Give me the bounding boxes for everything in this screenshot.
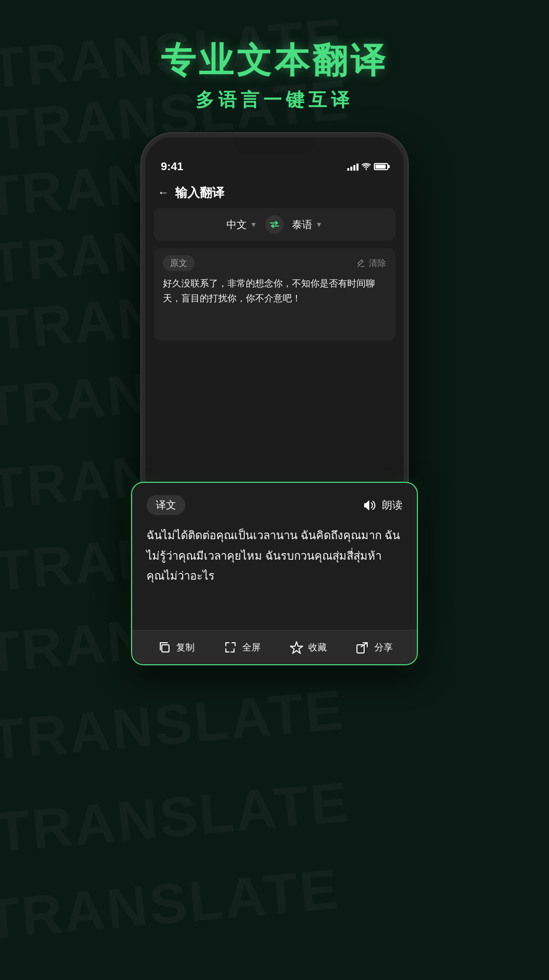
phone-notch: [234, 137, 315, 155]
star-icon: [289, 640, 304, 655]
translation-header: 译文 朗读: [146, 495, 403, 515]
fullscreen-action[interactable]: 全屏: [223, 640, 261, 655]
input-label-row: 原文 清除: [163, 255, 386, 271]
star-action[interactable]: 收藏: [289, 640, 327, 655]
app-header: ← 输入翻译: [145, 177, 404, 208]
target-language-label: 泰语: [292, 218, 312, 232]
share-action[interactable]: 分享: [355, 640, 393, 655]
translation-card-inner: 译文 朗读 ฉันไม่ได้ติดต่อคุณเป็นเวลานาน ฉันค…: [132, 483, 417, 630]
clear-button[interactable]: 清除: [356, 257, 386, 269]
source-language-label: 中文: [226, 218, 247, 232]
title-sub: 多语言一键互译: [161, 88, 388, 113]
main-content: 专业文本翻译 多语言一键互译 9:41: [0, 0, 549, 980]
copy-icon: [157, 640, 172, 655]
copy-action[interactable]: 复制: [157, 640, 195, 655]
title-main: 专业文本翻译: [161, 41, 388, 79]
language-selector[interactable]: 中文 ▼ 泰语 ▼: [154, 208, 395, 241]
copy-label: 复制: [176, 641, 195, 654]
read-aloud-button[interactable]: 朗读: [364, 498, 403, 512]
source-lang-arrow: ▼: [250, 220, 257, 229]
source-language[interactable]: 中文 ▼: [226, 218, 257, 232]
back-button[interactable]: ←: [158, 186, 169, 199]
action-bar: 复制 全屏 收藏: [132, 630, 417, 664]
read-aloud-label: 朗读: [382, 498, 403, 512]
swap-language-button[interactable]: [265, 215, 284, 234]
star-label: 收藏: [308, 641, 327, 654]
speaker-icon: [364, 499, 378, 512]
share-icon: [355, 640, 370, 655]
clear-label: 清除: [369, 257, 386, 269]
input-text: 好久没联系了，非常的想念你，不知你是否有时间聊天，盲目的打扰你，你不介意吧！: [163, 276, 386, 306]
svg-rect-0: [162, 645, 169, 652]
target-lang-arrow: ▼: [315, 220, 323, 229]
app-title: 输入翻译: [175, 185, 224, 201]
status-icons: [347, 162, 388, 171]
share-label: 分享: [374, 641, 393, 654]
wifi-icon: [362, 163, 371, 170]
input-label-badge: 原文: [163, 255, 195, 271]
input-area[interactable]: 原文 清除 好久没联系了，非常的想念你，不知你是否有时间聊天，盲目的打扰你，你不…: [154, 248, 395, 340]
fullscreen-label: 全屏: [242, 641, 261, 654]
translation-badge: 译文: [146, 495, 185, 515]
target-language[interactable]: 泰语 ▼: [292, 218, 323, 232]
header-section: 专业文本翻译 多语言一键互译: [161, 41, 388, 113]
fullscreen-icon: [223, 640, 238, 655]
translation-card: 译文 朗读 ฉันไม่ได้ติดต่อคุณเป็นเวลานาน ฉันค…: [131, 482, 418, 665]
eraser-icon: [356, 259, 366, 268]
signal-icon: [347, 162, 358, 171]
status-time: 9:41: [161, 160, 183, 173]
battery-icon: [374, 163, 388, 170]
translation-text: ฉันไม่ได้ติดต่อคุณเป็นเวลานาน ฉันคิดถึงค…: [146, 525, 403, 618]
